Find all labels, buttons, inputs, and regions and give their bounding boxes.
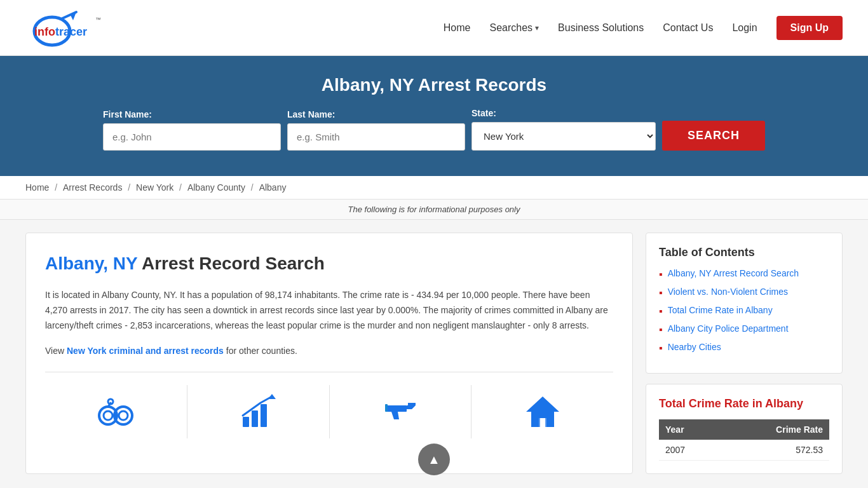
toc-item: Albany City Police Department	[659, 323, 829, 336]
chart-icon-item	[187, 385, 330, 438]
toc-item: Nearby Cities	[659, 342, 829, 354]
nav-searches[interactable]: Searches ▾	[489, 22, 539, 34]
toc-item: Albany, NY Arrest Record Search	[659, 268, 829, 280]
svg-rect-13	[243, 417, 249, 427]
search-form: First Name: Last Name: State: AlabamaAla…	[123, 108, 745, 151]
svg-text:™: ™	[95, 17, 101, 23]
gun-icon	[380, 391, 421, 432]
rate-cell: 572.53	[719, 440, 829, 461]
svg-text:info: info	[34, 25, 55, 38]
svg-rect-14	[252, 410, 258, 427]
breadcrumb-link[interactable]: New York	[136, 182, 173, 193]
first-name-group: First Name:	[103, 109, 281, 151]
logo: info tracer ™	[25, 9, 127, 47]
login-button[interactable]: Login	[732, 22, 757, 34]
toc-link[interactable]: Albany City Police Department	[668, 323, 789, 334]
breadcrumb-separator: /	[125, 182, 133, 193]
state-label: State:	[471, 108, 496, 118]
last-name-label: Last Name:	[287, 109, 335, 119]
svg-marker-16	[268, 394, 276, 399]
state-select[interactable]: AlabamaAlaskaArizonaArkansasCaliforniaCo…	[471, 122, 656, 151]
crime-rate-card: Total Crime Rate in Albany Year Crime Ra…	[646, 384, 843, 474]
svg-text:tracer: tracer	[55, 25, 87, 38]
scroll-to-top[interactable]: ▲	[418, 444, 450, 475]
article-title-rest: Arrest Record Search	[137, 254, 325, 273]
svg-rect-20	[539, 418, 546, 427]
article-body: It is located in Albany County, NY. It h…	[45, 288, 613, 333]
search-button[interactable]: SEARCH	[662, 121, 765, 151]
info-bar: The following is for informational purpo…	[0, 200, 868, 220]
last-name-group: Last Name:	[287, 109, 465, 151]
arrow-up-icon: ▲	[428, 453, 440, 466]
nav-contact[interactable]: Contact Us	[663, 22, 713, 34]
toc-link[interactable]: Violent vs. Non-Violent Crimes	[668, 287, 788, 297]
state-group: State: AlabamaAlaskaArizonaArkansasCalif…	[471, 108, 656, 151]
toc-link[interactable]: Total Crime Rate in Albany	[668, 305, 773, 315]
breadcrumb-separator: /	[52, 182, 60, 193]
nav-home[interactable]: Home	[444, 22, 471, 34]
first-name-label: First Name:	[103, 109, 152, 119]
breadcrumb-link[interactable]: Albany	[259, 182, 287, 193]
svg-point-8	[104, 411, 112, 420]
svg-rect-18	[385, 404, 388, 412]
signup-button[interactable]: Sign Up	[776, 16, 843, 40]
article-city: Albany, NY	[45, 254, 137, 273]
article-section: Albany, NY Arrest Record Search It is lo…	[25, 233, 633, 474]
last-name-input[interactable]	[287, 123, 465, 151]
main-nav: Home Searches ▾ Business Solutions Conta…	[444, 16, 843, 40]
icon-row	[45, 372, 613, 438]
svg-point-9	[119, 411, 128, 420]
breadcrumb-link[interactable]: Albany County	[187, 182, 245, 193]
toc-item: Violent vs. Non-Violent Crimes	[659, 287, 829, 299]
house-icon	[522, 391, 563, 432]
toc-card: Table of Contents Albany, NY Arrest Reco…	[646, 233, 843, 374]
crime-rate-title: Total Crime Rate in Albany	[659, 397, 829, 410]
table-row: 2007572.53	[659, 440, 829, 461]
breadcrumb-link[interactable]: Home	[25, 182, 49, 193]
svg-rect-15	[261, 404, 267, 427]
first-name-input[interactable]	[103, 123, 281, 151]
chart-icon	[238, 391, 278, 432]
toc-title: Table of Contents	[659, 246, 829, 259]
gun-icon-item	[330, 385, 472, 438]
nav-business[interactable]: Business Solutions	[558, 22, 644, 34]
chevron-down-icon: ▾	[535, 24, 539, 32]
svg-point-12	[108, 399, 113, 404]
sidebar: Table of Contents Albany, NY Arrest Reco…	[646, 233, 843, 474]
hero-banner: Albany, NY Arrest Records First Name: La…	[0, 56, 868, 176]
hero-title: Albany, NY Arrest Records	[25, 75, 843, 95]
breadcrumb-link[interactable]: Arrest Records	[63, 182, 122, 193]
rate-header: Crime Rate	[719, 419, 829, 440]
breadcrumb-separator: /	[248, 182, 256, 193]
article-link-suffix: for other counties.	[224, 346, 297, 356]
breadcrumb: Home / Arrest Records / New York / Alban…	[0, 176, 868, 200]
header: info tracer ™ Home Searches ▾ Business S…	[0, 0, 868, 56]
toc-item: Total Crime Rate in Albany	[659, 305, 829, 317]
article-link-paragraph: View New York criminal and arrest record…	[45, 344, 613, 359]
handcuffs-icon-item	[45, 385, 187, 438]
house-icon-item	[471, 385, 613, 438]
ny-records-link[interactable]: New York criminal and arrest records	[67, 346, 224, 356]
article-title: Albany, NY Arrest Record Search	[45, 252, 613, 275]
toc-link[interactable]: Albany, NY Arrest Record Search	[668, 268, 799, 278]
toc-link[interactable]: Nearby Cities	[668, 342, 721, 352]
breadcrumb-separator: /	[177, 182, 184, 193]
year-header: Year	[659, 419, 719, 440]
toc-list: Albany, NY Arrest Record SearchViolent v…	[659, 268, 829, 354]
svg-rect-17	[386, 405, 407, 412]
handcuffs-icon	[95, 391, 136, 432]
article-link-prefix: View	[45, 346, 67, 356]
year-cell: 2007	[659, 440, 719, 461]
logo-svg: info tracer ™	[25, 9, 127, 47]
crime-table: Year Crime Rate 2007572.53	[659, 419, 829, 461]
